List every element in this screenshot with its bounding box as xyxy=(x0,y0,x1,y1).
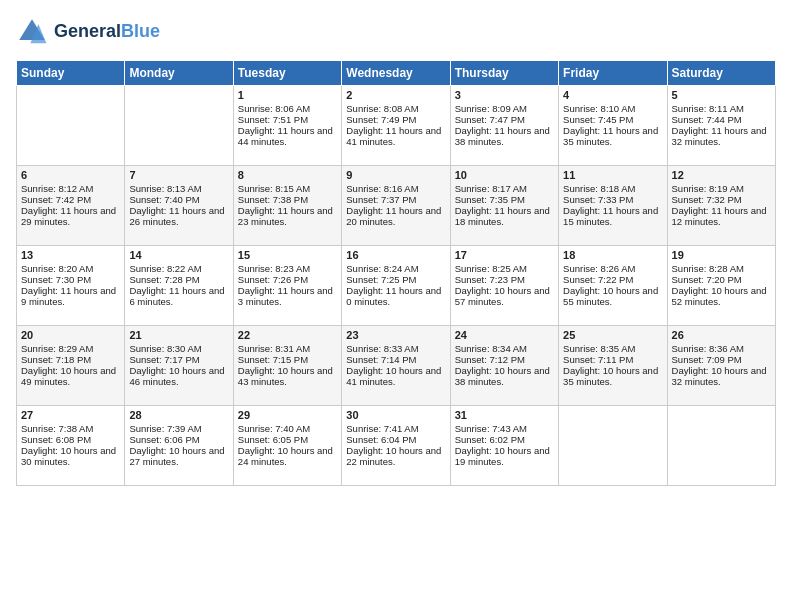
day-info: Daylight: 10 hours and 30 minutes. xyxy=(21,445,120,467)
day-header-wednesday: Wednesday xyxy=(342,61,450,86)
calendar-cell: 19Sunrise: 8:28 AMSunset: 7:20 PMDayligh… xyxy=(667,246,775,326)
day-info: Sunset: 6:05 PM xyxy=(238,434,337,445)
calendar-cell: 27Sunrise: 7:38 AMSunset: 6:08 PMDayligh… xyxy=(17,406,125,486)
day-info: Sunset: 7:28 PM xyxy=(129,274,228,285)
day-info: Sunset: 7:47 PM xyxy=(455,114,554,125)
calendar-cell: 13Sunrise: 8:20 AMSunset: 7:30 PMDayligh… xyxy=(17,246,125,326)
day-info: Daylight: 10 hours and 41 minutes. xyxy=(346,365,445,387)
calendar-cell: 2Sunrise: 8:08 AMSunset: 7:49 PMDaylight… xyxy=(342,86,450,166)
day-info: Daylight: 11 hours and 9 minutes. xyxy=(21,285,120,307)
calendar-cell: 15Sunrise: 8:23 AMSunset: 7:26 PMDayligh… xyxy=(233,246,341,326)
day-info: Sunrise: 8:15 AM xyxy=(238,183,337,194)
day-number: 10 xyxy=(455,169,554,181)
day-info: Daylight: 11 hours and 35 minutes. xyxy=(563,125,662,147)
day-info: Sunrise: 8:13 AM xyxy=(129,183,228,194)
calendar-cell xyxy=(559,406,667,486)
day-info: Sunrise: 8:12 AM xyxy=(21,183,120,194)
day-info: Daylight: 10 hours and 52 minutes. xyxy=(672,285,771,307)
day-number: 26 xyxy=(672,329,771,341)
day-info: Sunrise: 8:20 AM xyxy=(21,263,120,274)
week-row-2: 6Sunrise: 8:12 AMSunset: 7:42 PMDaylight… xyxy=(17,166,776,246)
calendar-cell: 12Sunrise: 8:19 AMSunset: 7:32 PMDayligh… xyxy=(667,166,775,246)
day-info: Sunset: 7:22 PM xyxy=(563,274,662,285)
calendar-cell xyxy=(17,86,125,166)
day-info: Daylight: 11 hours and 20 minutes. xyxy=(346,205,445,227)
day-info: Sunrise: 8:31 AM xyxy=(238,343,337,354)
day-header-thursday: Thursday xyxy=(450,61,558,86)
day-number: 18 xyxy=(563,249,662,261)
day-info: Daylight: 10 hours and 22 minutes. xyxy=(346,445,445,467)
day-info: Sunrise: 8:08 AM xyxy=(346,103,445,114)
day-info: Daylight: 11 hours and 15 minutes. xyxy=(563,205,662,227)
day-info: Sunrise: 8:25 AM xyxy=(455,263,554,274)
day-info: Daylight: 11 hours and 12 minutes. xyxy=(672,205,771,227)
day-number: 24 xyxy=(455,329,554,341)
day-info: Sunset: 7:15 PM xyxy=(238,354,337,365)
week-row-3: 13Sunrise: 8:20 AMSunset: 7:30 PMDayligh… xyxy=(17,246,776,326)
calendar-cell: 3Sunrise: 8:09 AMSunset: 7:47 PMDaylight… xyxy=(450,86,558,166)
day-info: Sunrise: 8:26 AM xyxy=(563,263,662,274)
day-number: 12 xyxy=(672,169,771,181)
day-info: Daylight: 11 hours and 26 minutes. xyxy=(129,205,228,227)
week-row-4: 20Sunrise: 8:29 AMSunset: 7:18 PMDayligh… xyxy=(17,326,776,406)
logo-text: GeneralBlue xyxy=(54,22,160,42)
day-number: 22 xyxy=(238,329,337,341)
day-number: 25 xyxy=(563,329,662,341)
day-info: Daylight: 11 hours and 0 minutes. xyxy=(346,285,445,307)
day-info: Sunrise: 8:34 AM xyxy=(455,343,554,354)
day-number: 17 xyxy=(455,249,554,261)
day-info: Sunset: 7:09 PM xyxy=(672,354,771,365)
day-info: Sunset: 7:11 PM xyxy=(563,354,662,365)
day-number: 1 xyxy=(238,89,337,101)
day-number: 13 xyxy=(21,249,120,261)
day-info: Sunset: 7:38 PM xyxy=(238,194,337,205)
day-info: Sunset: 7:17 PM xyxy=(129,354,228,365)
day-number: 7 xyxy=(129,169,228,181)
day-info: Sunrise: 8:18 AM xyxy=(563,183,662,194)
calendar-cell: 6Sunrise: 8:12 AMSunset: 7:42 PMDaylight… xyxy=(17,166,125,246)
day-number: 23 xyxy=(346,329,445,341)
calendar-cell: 29Sunrise: 7:40 AMSunset: 6:05 PMDayligh… xyxy=(233,406,341,486)
calendar-cell: 5Sunrise: 8:11 AMSunset: 7:44 PMDaylight… xyxy=(667,86,775,166)
logo: GeneralBlue xyxy=(16,16,160,48)
day-info: Daylight: 10 hours and 49 minutes. xyxy=(21,365,120,387)
day-info: Daylight: 10 hours and 19 minutes. xyxy=(455,445,554,467)
week-row-1: 1Sunrise: 8:06 AMSunset: 7:51 PMDaylight… xyxy=(17,86,776,166)
calendar-cell: 16Sunrise: 8:24 AMSunset: 7:25 PMDayligh… xyxy=(342,246,450,326)
calendar-cell: 31Sunrise: 7:43 AMSunset: 6:02 PMDayligh… xyxy=(450,406,558,486)
calendar-table: SundayMondayTuesdayWednesdayThursdayFrid… xyxy=(16,60,776,486)
day-info: Sunset: 6:04 PM xyxy=(346,434,445,445)
calendar-cell: 26Sunrise: 8:36 AMSunset: 7:09 PMDayligh… xyxy=(667,326,775,406)
day-info: Sunset: 7:33 PM xyxy=(563,194,662,205)
day-number: 29 xyxy=(238,409,337,421)
calendar-cell: 4Sunrise: 8:10 AMSunset: 7:45 PMDaylight… xyxy=(559,86,667,166)
days-header-row: SundayMondayTuesdayWednesdayThursdayFrid… xyxy=(17,61,776,86)
day-info: Sunset: 7:44 PM xyxy=(672,114,771,125)
calendar-cell: 14Sunrise: 8:22 AMSunset: 7:28 PMDayligh… xyxy=(125,246,233,326)
day-info: Daylight: 11 hours and 38 minutes. xyxy=(455,125,554,147)
day-info: Sunset: 6:06 PM xyxy=(129,434,228,445)
day-info: Daylight: 11 hours and 18 minutes. xyxy=(455,205,554,227)
calendar-cell: 20Sunrise: 8:29 AMSunset: 7:18 PMDayligh… xyxy=(17,326,125,406)
day-info: Sunset: 7:23 PM xyxy=(455,274,554,285)
day-info: Daylight: 10 hours and 55 minutes. xyxy=(563,285,662,307)
day-info: Sunrise: 7:41 AM xyxy=(346,423,445,434)
day-header-sunday: Sunday xyxy=(17,61,125,86)
day-number: 21 xyxy=(129,329,228,341)
calendar-cell: 10Sunrise: 8:17 AMSunset: 7:35 PMDayligh… xyxy=(450,166,558,246)
day-number: 6 xyxy=(21,169,120,181)
day-info: Daylight: 11 hours and 6 minutes. xyxy=(129,285,228,307)
day-info: Sunset: 7:51 PM xyxy=(238,114,337,125)
day-info: Daylight: 10 hours and 27 minutes. xyxy=(129,445,228,467)
calendar-cell: 23Sunrise: 8:33 AMSunset: 7:14 PMDayligh… xyxy=(342,326,450,406)
day-info: Daylight: 10 hours and 35 minutes. xyxy=(563,365,662,387)
day-info: Daylight: 11 hours and 23 minutes. xyxy=(238,205,337,227)
day-number: 11 xyxy=(563,169,662,181)
day-number: 15 xyxy=(238,249,337,261)
day-info: Sunrise: 8:28 AM xyxy=(672,263,771,274)
calendar-cell: 9Sunrise: 8:16 AMSunset: 7:37 PMDaylight… xyxy=(342,166,450,246)
day-header-tuesday: Tuesday xyxy=(233,61,341,86)
day-number: 19 xyxy=(672,249,771,261)
day-info: Sunrise: 8:11 AM xyxy=(672,103,771,114)
day-info: Sunrise: 8:30 AM xyxy=(129,343,228,354)
